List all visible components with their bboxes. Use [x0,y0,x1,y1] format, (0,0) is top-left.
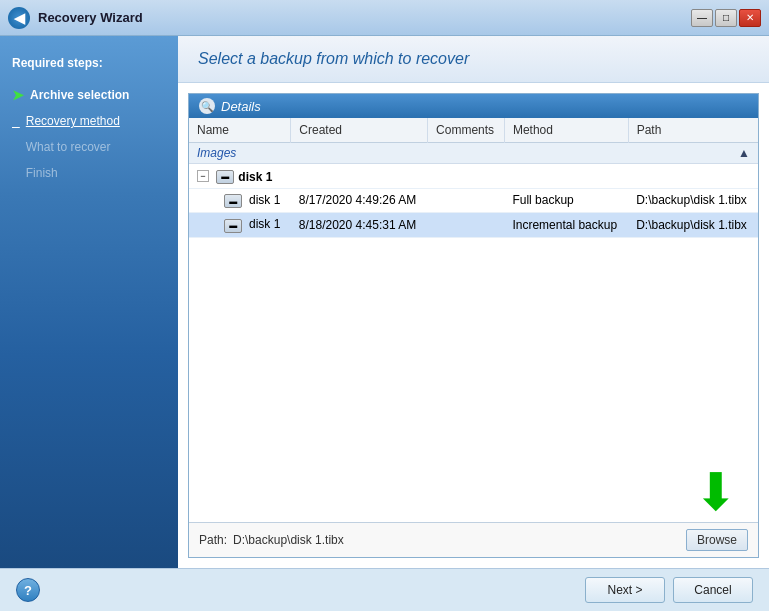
group-label-images: Images [197,146,236,160]
table-container[interactable]: Name Created Comments Method Path [189,118,758,462]
sidebar-item-what-to-recover: What to recover [0,134,178,160]
app-icon: ◀ [8,7,30,29]
next-button[interactable]: Next > [585,577,665,603]
details-header: 🔍 Details [189,94,758,118]
collapse-icon[interactable]: ▲ [738,146,750,160]
col-name: Name [189,118,291,143]
footer: ? Next > Cancel [0,568,769,611]
collapse-button[interactable]: − [197,170,209,182]
footer-right: Next > Cancel [585,577,753,603]
arrow-area: ⬇ [189,462,758,522]
page-title: Select a backup from which to recover [198,50,749,68]
disk-parent-name: disk 1 [238,170,272,184]
title-bar-controls: — □ ✕ [691,9,761,27]
content-header: Select a backup from which to recover [178,36,769,83]
sidebar-item-recovery-method[interactable]: Recovery method [0,108,178,134]
cell-method: Full backup [504,188,628,213]
sidebar: Required steps: ➤ Archive selection Reco… [0,36,178,568]
cell-name: ▬ disk 1 [189,213,291,238]
help-button[interactable]: ? [16,578,40,602]
recovery-method-icon [12,113,20,129]
active-step-icon: ➤ [12,87,24,103]
hdd-icon: ▬ [216,170,234,184]
group-row-images[interactable]: Images ▲ [189,143,758,164]
cell-method: Incremental backup [504,213,628,238]
cell-name: ▬ disk 1 [189,188,291,213]
file-table: Name Created Comments Method Path [189,118,758,238]
table-row[interactable]: ▬ disk 1 8/18/2020 4:45:31 AM Incrementa… [189,213,758,238]
sidebar-item-finish: Finish [0,160,178,186]
path-value: D:\backup\disk 1.tibx [233,533,680,547]
main-container: Required steps: ➤ Archive selection Reco… [0,36,769,568]
what-to-recover-icon [12,139,20,155]
path-label: Path: [199,533,227,547]
sidebar-item-archive-selection[interactable]: ➤ Archive selection [0,82,178,108]
cancel-button[interactable]: Cancel [673,577,753,603]
cell-created: 8/17/2020 4:49:26 AM [291,188,428,213]
cell-comments [428,213,505,238]
table-row[interactable]: ▬ disk 1 8/17/2020 4:49:26 AM Full backu… [189,188,758,213]
title-bar-text: Recovery Wizard [38,10,691,25]
sidebar-section-title: Required steps: [0,52,178,82]
col-method: Method [504,118,628,143]
tree-parent-disk1[interactable]: − ▬ disk 1 [189,164,758,189]
cell-created: 8/18/2020 4:45:31 AM [291,213,428,238]
disk-icon: ▬ disk 1 [216,170,272,184]
sidebar-item-label-finish: Finish [26,166,58,180]
minimize-button[interactable]: — [691,9,713,27]
sidebar-item-label-recovery: Recovery method [26,114,120,128]
col-path: Path [628,118,758,143]
footer-left: ? [16,578,40,602]
cell-comments [428,188,505,213]
col-comments: Comments [428,118,505,143]
close-button[interactable]: ✕ [739,9,761,27]
hdd-icon-small: ▬ [224,219,242,233]
col-created: Created [291,118,428,143]
details-header-icon: 🔍 [199,98,215,114]
maximize-button[interactable]: □ [715,9,737,27]
green-arrow-icon: ⬇ [694,466,738,518]
hdd-icon-small: ▬ [224,194,242,208]
content-area: Select a backup from which to recover 🔍 … [178,36,769,568]
sidebar-item-label-what: What to recover [26,140,111,154]
sidebar-item-label-archive: Archive selection [30,88,129,102]
finish-icon [12,165,20,181]
cell-path: D:\backup\disk 1.tibx [628,213,758,238]
details-panel: 🔍 Details Name Created Comments Method P… [188,93,759,558]
table-header-row: Name Created Comments Method Path [189,118,758,143]
cell-path: D:\backup\disk 1.tibx [628,188,758,213]
details-title: Details [221,99,261,114]
browse-button[interactable]: Browse [686,529,748,551]
title-bar: ◀ Recovery Wizard — □ ✕ [0,0,769,36]
path-bar: Path: D:\backup\disk 1.tibx Browse [189,522,758,557]
